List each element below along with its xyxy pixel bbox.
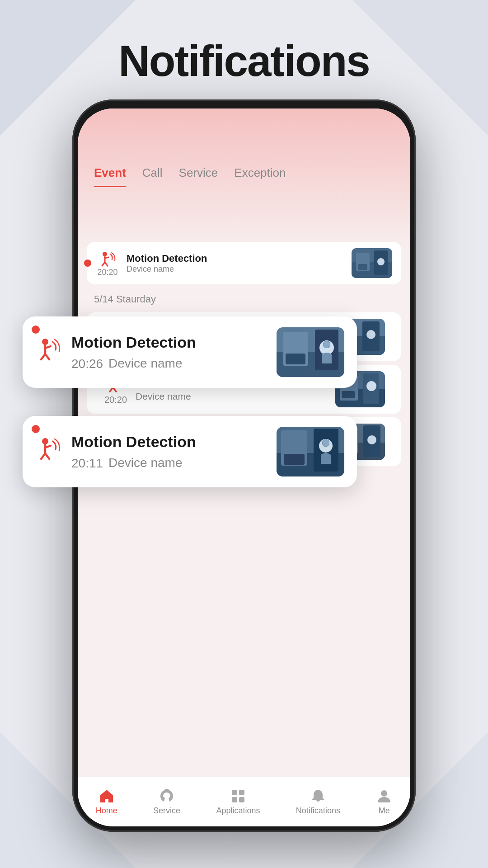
fc2-device: Device name — [108, 456, 182, 470]
fc2-thumb — [277, 427, 344, 476]
page-title: Notifications — [0, 0, 488, 86]
fc2-info: Motion Detection 20:11 Device name — [71, 433, 267, 471]
nav-applications[interactable]: Applications — [216, 788, 260, 816]
svg-rect-50 — [286, 354, 305, 364]
bottom-nav: Home Service Applications — [78, 777, 410, 826]
unread-dot-2 — [32, 425, 40, 433]
svg-point-29 — [366, 381, 376, 391]
nav-applications-label: Applications — [216, 806, 260, 816]
svg-point-43 — [381, 790, 387, 797]
motion-icon-fc2 — [35, 435, 62, 468]
svg-rect-40 — [239, 790, 244, 795]
section-saturday: 5/14 Staurday — [78, 290, 410, 309]
svg-point-37 — [367, 435, 376, 444]
fc2-title: Motion Detection — [71, 433, 267, 451]
nav-service[interactable]: Service — [153, 788, 180, 816]
fc1-device: Device name — [108, 356, 182, 371]
home-icon — [99, 788, 115, 804]
svg-rect-42 — [239, 797, 244, 802]
svg-point-22 — [366, 330, 375, 339]
nav-me-label: Me — [379, 806, 390, 816]
service-icon — [159, 788, 175, 804]
svg-rect-39 — [232, 790, 237, 795]
tab-event[interactable]: Event — [94, 166, 126, 186]
floating-card-1[interactable]: Motion Detection 20:26 Device name — [23, 316, 357, 388]
fc1-info: Motion Detection 20:26 Device name — [71, 334, 267, 371]
partial-item-container: 20:20 Motion Detection Device name — [87, 242, 401, 284]
unread-dot-1 — [32, 326, 40, 334]
nav-service-label: Service — [153, 806, 180, 816]
nav-home[interactable]: Home — [96, 788, 117, 816]
motion-icon-fc1 — [35, 336, 62, 368]
svg-rect-41 — [232, 797, 237, 802]
fc2-time: 20:11 — [71, 456, 103, 471]
svg-rect-16 — [358, 264, 367, 270]
tab-service[interactable]: Service — [179, 166, 218, 186]
svg-rect-59 — [284, 454, 305, 465]
tab-call[interactable]: Call — [142, 166, 163, 186]
svg-point-52 — [323, 341, 330, 348]
svg-rect-30 — [342, 391, 355, 398]
partial-icon-wrap: 20:20 — [96, 250, 119, 277]
nav-home-label: Home — [96, 806, 117, 816]
svg-point-61 — [322, 439, 329, 447]
motion-icon-partial — [99, 250, 117, 268]
fc1-time: 20:26 — [71, 357, 103, 371]
partial-notif-item[interactable]: 20:20 Motion Detection Device name — [87, 242, 401, 284]
fc1-title: Motion Detection — [71, 334, 267, 351]
fc1-thumb — [277, 327, 344, 377]
nav-notifications-label: Notifications — [296, 806, 340, 816]
svg-point-15 — [377, 258, 385, 265]
applications-icon — [230, 788, 246, 804]
notifications-icon — [310, 788, 326, 804]
tab-exception[interactable]: Exception — [234, 166, 286, 186]
nav-me[interactable]: Me — [376, 788, 392, 816]
floating-card-2[interactable]: Motion Detection 20:11 Device name — [23, 416, 357, 487]
nav-notifications[interactable]: Notifications — [296, 788, 340, 816]
partial-notif-body: Motion Detection Device name — [127, 253, 344, 274]
me-icon — [376, 788, 392, 804]
partial-thumb — [352, 248, 392, 278]
